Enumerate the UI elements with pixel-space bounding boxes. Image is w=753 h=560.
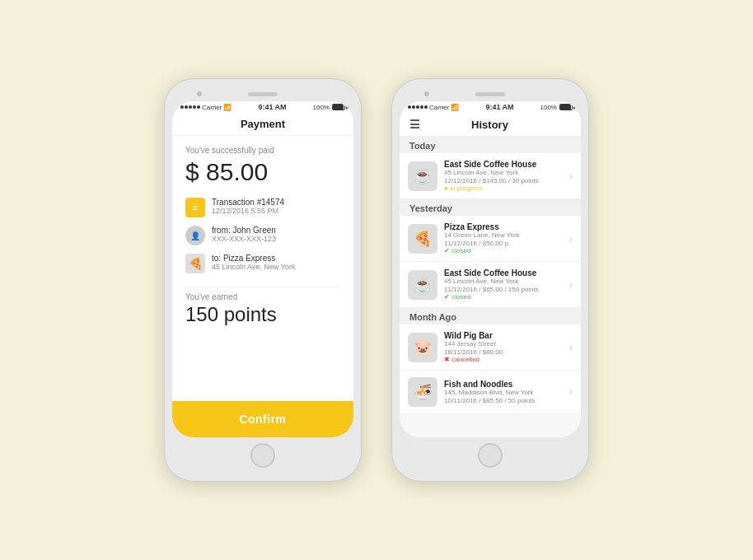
chevron-icon-5: ›: [569, 386, 573, 398]
phone-camera-1: [197, 91, 202, 96]
section-today: Today: [400, 137, 581, 153]
phone-camera-2: [424, 91, 429, 96]
chevron-icon-2: ›: [569, 233, 573, 245]
earned-label: You've earned: [185, 292, 340, 301]
from-avatar: 👤: [185, 226, 205, 245]
payment-amount: $ 85.00: [185, 158, 340, 186]
battery-label-2: 100%: [540, 104, 557, 111]
list-item[interactable]: ☕ East Side Coffee House 45 Lincoln Ave,…: [400, 153, 581, 199]
status-bar-1: Carrier 📶 9:41 AM 100%: [172, 101, 353, 113]
carrier-label-1: Carrier: [202, 104, 222, 111]
item-addr-5: 145, Maddison Blvd, New York: [444, 389, 563, 396]
menu-icon[interactable]: ☰: [409, 118, 420, 131]
phones-container: Carrier 📶 9:41 AM 100% Payment You've su…: [164, 78, 589, 482]
transaction-icon: ≡: [185, 198, 205, 217]
battery-icon-2: [559, 104, 573, 110]
time-1: 9:41 AM: [258, 103, 286, 111]
phone-top-bar-2: [400, 86, 581, 101]
history-nav: ☰ History: [400, 113, 581, 137]
from-row: 👤 from: John Green XXX-XXX-XXX-123: [185, 226, 340, 245]
item-name-3: East Side Coffee House: [444, 268, 563, 278]
wifi-icon-2: 📶: [451, 104, 459, 111]
item-name-4: Wild Pig Bar: [444, 331, 563, 340]
item-name-2: Pizza Express: [444, 222, 563, 231]
item-meta-3: 11/12/2016 / $65.00 / 150 points: [444, 286, 563, 293]
home-button-1[interactable]: [250, 443, 275, 468]
phone-inner-2: Carrier 📶 9:41 AM 100% ☰ History Today: [400, 101, 581, 437]
phone-bottom-2: [400, 437, 581, 474]
restaurant-icon: 🍕: [185, 254, 205, 273]
to-texts: to: Pizza Express 45 Lincoln Ave, New Yo…: [212, 254, 295, 271]
phone-speaker-2: [475, 92, 505, 96]
to-address: 45 Lincoln Ave, New York: [212, 263, 295, 271]
item-status-2: ✔ closed: [444, 247, 563, 254]
list-item[interactable]: 🐷 Wild Pig Bar 144 Jersay Street 18/11/2…: [400, 324, 581, 371]
time-2: 9:41 AM: [485, 103, 513, 111]
payment-divider: [185, 287, 340, 287]
history-content: Today ☕ East Side Coffee House 45 Lincol…: [400, 137, 581, 437]
item-addr-3: 45 Lincoln Ave, New York: [444, 278, 563, 285]
history-title: History: [428, 119, 551, 131]
earned-points: 150 points: [185, 303, 340, 326]
item-meta-4: 18/11/2016 / $80.00: [444, 348, 563, 356]
payment-title: Payment: [241, 118, 285, 130]
status-bar-2: Carrier 📶 9:41 AM 100%: [400, 101, 581, 113]
item-texts-3: East Side Coffee House 45 Lincoln Ave, N…: [444, 268, 563, 301]
transaction-date: 12/12/2016 5:55 PM: [212, 207, 284, 215]
from-texts: from: John Green XXX-XXX-XXX-123: [212, 226, 276, 243]
transaction-label: Transaction #14574: [212, 198, 284, 207]
item-icon-coffee-2: ☕: [408, 270, 437, 300]
item-name-1: East Side Coffee House: [444, 160, 563, 169]
item-texts-5: Fish and Noodles 145, Maddison Blvd, New…: [444, 380, 563, 404]
from-label: from: John Green: [212, 226, 276, 235]
signal-dots-2: [408, 105, 428, 109]
chevron-icon-3: ›: [569, 279, 573, 291]
item-meta-2: 11/12/2016 / 850,00 p.: [444, 240, 563, 247]
item-status-4: ✖ cancelled: [444, 356, 563, 363]
to-label: to: Pizza Express: [212, 254, 295, 263]
chevron-icon-1: ›: [569, 170, 573, 182]
item-addr-4: 144 Jersay Street: [444, 340, 563, 348]
to-row: 🍕 to: Pizza Express 45 Lincoln Ave, New …: [185, 254, 340, 273]
chevron-icon-4: ›: [569, 342, 573, 353]
carrier-label-2: Carrier: [429, 104, 449, 111]
phone-speaker-1: [248, 92, 278, 96]
item-icon-pig: 🐷: [408, 333, 437, 362]
item-status-3: ✔ closed: [444, 293, 563, 301]
item-icon-pizza-1: 🍕: [408, 224, 437, 254]
section-yesterday: Yesterday: [400, 199, 581, 216]
battery-icon-1: [332, 104, 345, 110]
status-left-1: Carrier 📶: [180, 104, 232, 111]
from-account: XXX-XXX-XXX-123: [212, 235, 276, 243]
list-item[interactable]: 🍜 Fish and Noodles 145, Maddison Blvd, N…: [400, 371, 581, 414]
item-addr-2: 14 Green Lane, New York: [444, 231, 563, 239]
phone-payment: Carrier 📶 9:41 AM 100% Payment You've su…: [164, 78, 362, 482]
section-month-ago: Month Ago: [400, 308, 581, 324]
item-meta-5: 10/11/2016 / $85.50 / 50 points: [444, 397, 563, 404]
item-addr-1: 45 Lincoln Ave, New York: [444, 169, 563, 176]
phone-history: Carrier 📶 9:41 AM 100% ☰ History Today: [391, 78, 589, 482]
item-texts-4: Wild Pig Bar 144 Jersay Street 18/11/201…: [444, 331, 563, 363]
confirm-button[interactable]: Confirm: [172, 401, 353, 437]
transaction-row: ≡ Transaction #14574 12/12/2016 5:55 PM: [185, 198, 340, 217]
item-meta-1: 12/12/2016 / $145.00 / 30 points: [444, 177, 563, 184]
payment-content: You've successfully paid $ 85.00 ≡ Trans…: [172, 136, 353, 401]
phone-inner-1: Carrier 📶 9:41 AM 100% Payment You've su…: [172, 101, 353, 437]
status-left-2: Carrier 📶: [408, 104, 459, 111]
item-name-5: Fish and Noodles: [444, 380, 563, 389]
home-button-2[interactable]: [478, 443, 503, 468]
signal-dots-1: [180, 105, 200, 109]
list-item[interactable]: ☕ East Side Coffee House 45 Lincoln Ave,…: [400, 262, 581, 308]
item-texts-2: Pizza Express 14 Green Lane, New York 11…: [444, 222, 563, 254]
phone-bottom-1: [172, 437, 353, 474]
phone-top-bar-1: [172, 86, 353, 101]
transaction-texts: Transaction #14574 12/12/2016 5:55 PM: [212, 198, 284, 215]
status-right-2: 100%: [540, 104, 573, 111]
list-item[interactable]: 🍕 Pizza Express 14 Green Lane, New York …: [400, 216, 581, 262]
wifi-icon-1: 📶: [223, 104, 232, 111]
success-label: You've successfully paid: [185, 146, 340, 155]
item-status-1: ● in progress: [444, 184, 563, 192]
item-icon-noodles: 🍜: [408, 377, 437, 407]
item-icon-coffee-1: ☕: [408, 161, 437, 191]
item-texts-1: East Side Coffee House 45 Lincoln Ave, N…: [444, 160, 563, 192]
